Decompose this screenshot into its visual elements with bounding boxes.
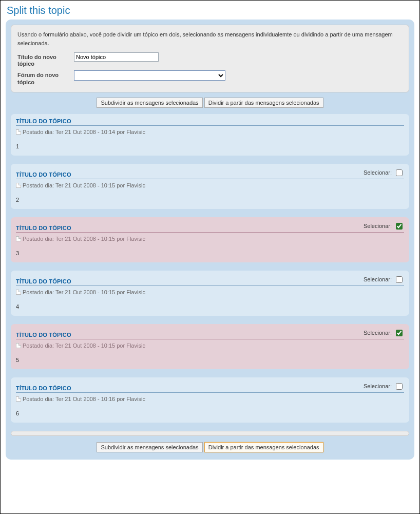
post-meta: Postado dia: Ter 21 Out 2008 - 10:15 por…	[16, 342, 404, 349]
split-selected-button[interactable]: Subdividir as mensagens selecionadas	[97, 98, 202, 108]
post-meta-text: Postado dia: Ter 21 Out 2008 - 10:16 por…	[23, 396, 145, 402]
select-label: Selecionar:	[364, 223, 392, 229]
label-new-forum: Fórum do novo tópico	[17, 70, 74, 85]
post-title-link[interactable]: TÍTULO DO TÓPICO	[16, 385, 71, 391]
post-icon	[16, 129, 21, 135]
split-from-button-bottom[interactable]: Dividir a partir das mensagens seleciona…	[204, 442, 323, 452]
post-meta: Postado dia: Ter 21 Out 2008 - 10:14 por…	[16, 129, 404, 135]
post-header: TÍTULO DO TÓPICOSelecionar:	[16, 328, 404, 339]
post-title-link[interactable]: TÍTULO DO TÓPICO	[16, 172, 71, 178]
post-meta-text: Postado dia: Ter 21 Out 2008 - 10:15 por…	[23, 342, 145, 349]
post-title-link[interactable]: TÍTULO DO TÓPICO	[16, 118, 71, 124]
new-forum-select[interactable]	[74, 70, 225, 81]
post-header: TÍTULO DO TÓPICOSelecionar:	[16, 221, 404, 233]
post-icon	[16, 343, 21, 348]
post-meta: Postado dia: Ter 21 Out 2008 - 10:15 por…	[16, 182, 404, 188]
select-checkbox[interactable]	[396, 330, 403, 336]
select-wrap: Selecionar:	[364, 382, 404, 391]
post-meta-text: Postado dia: Ter 21 Out 2008 - 10:15 por…	[23, 236, 145, 242]
post: TÍTULO DO TÓPICOSelecionar:Postado dia: …	[11, 217, 409, 262]
post: TÍTULO DO TÓPICOSelecionar:Postado dia: …	[11, 377, 409, 423]
post-icon	[16, 290, 21, 295]
select-label: Selecionar:	[364, 169, 392, 176]
select-checkbox[interactable]	[396, 383, 403, 390]
post: TÍTULO DO TÓPICOSelecionar:Postado dia: …	[11, 164, 409, 209]
select-wrap: Selecionar:	[364, 328, 404, 338]
row-new-title: Título do novo tópico	[17, 52, 403, 67]
button-row-bottom: Subdividir as mensagens selecionadas Div…	[11, 442, 409, 452]
post-meta: Postado dia: Ter 21 Out 2008 - 10:16 por…	[16, 396, 404, 402]
post-header: TÍTULO DO TÓPICO	[16, 118, 404, 126]
post-icon	[16, 396, 21, 402]
post: TÍTULO DO TÓPICOSelecionar:Postado dia: …	[11, 271, 409, 316]
post-header: TÍTULO DO TÓPICOSelecionar:	[16, 275, 404, 286]
select-wrap: Selecionar:	[364, 275, 404, 284]
row-new-forum: Fórum do novo tópico	[17, 70, 403, 85]
post: TÍTULO DO TÓPICOSelecionar:Postado dia: …	[11, 324, 409, 369]
intro-box: Usando o formulário abaixo, você pode di…	[11, 25, 409, 92]
split-from-button[interactable]: Dividir a partir das mensagens seleciona…	[204, 98, 323, 108]
select-label: Selecionar:	[364, 276, 392, 282]
post-icon	[16, 183, 21, 188]
select-checkbox[interactable]	[396, 223, 403, 230]
post-body: 1	[16, 143, 404, 149]
post-meta-text: Postado dia: Ter 21 Out 2008 - 10:15 por…	[23, 182, 145, 188]
intro-text: Usando o formulário abaixo, você pode di…	[17, 30, 403, 47]
post: TÍTULO DO TÓPICOPostado dia: Ter 21 Out …	[11, 114, 409, 156]
select-label: Selecionar:	[364, 330, 392, 336]
post-body: 6	[16, 410, 404, 416]
post-header: TÍTULO DO TÓPICOSelecionar:	[16, 382, 404, 393]
post-title-link[interactable]: TÍTULO DO TÓPICO	[16, 332, 71, 338]
post-icon	[16, 236, 21, 241]
post-title-link[interactable]: TÍTULO DO TÓPICO	[16, 278, 71, 284]
split-selected-button-bottom[interactable]: Subdividir as mensagens selecionadas	[97, 442, 202, 452]
main-panel: Usando o formulário abaixo, você pode di…	[6, 20, 414, 460]
button-row-top: Subdividir as mensagens selecionadas Div…	[11, 98, 409, 108]
select-checkbox[interactable]	[396, 276, 403, 283]
post-body: 3	[16, 250, 404, 256]
select-checkbox[interactable]	[396, 169, 403, 176]
post-meta-text: Postado dia: Ter 21 Out 2008 - 10:14 por…	[23, 129, 145, 135]
post-body: 4	[16, 303, 404, 310]
post-title-link[interactable]: TÍTULO DO TÓPICO	[16, 225, 71, 231]
post-meta: Postado dia: Ter 21 Out 2008 - 10:15 por…	[16, 236, 404, 242]
post-header: TÍTULO DO TÓPICOSelecionar:	[16, 168, 404, 179]
post-body: 5	[16, 357, 404, 363]
select-wrap: Selecionar:	[364, 168, 404, 178]
bottom-panel	[11, 431, 409, 436]
label-new-title: Título do novo tópico	[17, 52, 74, 67]
post-body: 2	[16, 197, 404, 203]
post-meta: Postado dia: Ter 21 Out 2008 - 10:15 por…	[16, 289, 404, 295]
post-meta-text: Postado dia: Ter 21 Out 2008 - 10:15 por…	[23, 289, 145, 295]
select-label: Selecionar:	[364, 383, 392, 389]
page-title: Split this topic	[7, 5, 414, 16]
new-title-input[interactable]	[74, 52, 159, 62]
select-wrap: Selecionar:	[364, 221, 404, 231]
posts-container: TÍTULO DO TÓPICOPostado dia: Ter 21 Out …	[11, 114, 409, 423]
